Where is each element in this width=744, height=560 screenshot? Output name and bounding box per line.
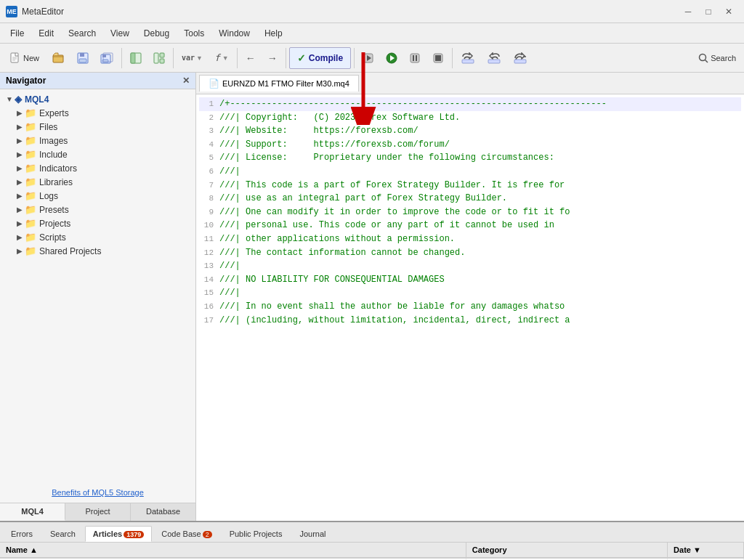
nav-tab-project[interactable]: Project xyxy=(65,503,131,521)
stop-button[interactable] xyxy=(427,46,449,70)
line-number: 1 xyxy=(199,98,219,110)
menu-item-window[interactable]: Window xyxy=(211,25,257,41)
navigator-close-button[interactable]: ✕ xyxy=(182,76,190,86)
view-button[interactable] xyxy=(125,46,147,70)
folder-icon: 📁 xyxy=(25,218,36,229)
line-number: 9 xyxy=(199,206,219,219)
compile-button[interactable]: ✓ Compile xyxy=(289,47,351,69)
expand-icon: ▶ xyxy=(15,137,25,145)
close-button[interactable]: ✕ xyxy=(719,3,738,20)
menu-item-tools[interactable]: Tools xyxy=(177,25,211,41)
separator-6 xyxy=(452,48,453,68)
tab-journal[interactable]: Journal xyxy=(291,526,333,542)
line-content: ///| other applications without a permis… xyxy=(219,232,455,246)
stop-icon xyxy=(432,52,444,64)
start-button[interactable] xyxy=(357,46,379,70)
save-button[interactable] xyxy=(72,46,94,70)
tree-item-label: Include xyxy=(39,150,68,160)
svg-rect-10 xyxy=(131,53,135,63)
var-dropdown[interactable]: var ▼ xyxy=(177,46,208,70)
editor-tabs-bar: 📄 EURNZD M1 FTMO Filter M30.mq4 xyxy=(196,73,744,94)
maximize-button[interactable]: □ xyxy=(699,3,718,20)
open-button[interactable] xyxy=(47,46,70,70)
tree-item-label: Projects xyxy=(39,219,70,229)
tree-item-shared-projects[interactable]: ▶ 📁 Shared Projects xyxy=(0,244,195,258)
tab-public-projects[interactable]: Public Projects xyxy=(222,526,291,542)
code-line: 14///| NO LIABILITY FOR CONSEQUENTIAL DA… xyxy=(199,273,741,287)
code-line: 1/+-------------------------------------… xyxy=(199,97,741,111)
tree-item-include[interactable]: ▶ 📁 Include xyxy=(0,147,195,161)
menu-item-file[interactable]: File xyxy=(3,25,31,41)
search-toolbar-button[interactable]: Search xyxy=(693,46,741,70)
line-content: ///| License: Proprietary under the foll… xyxy=(219,151,554,165)
tree-item-label: Indicators xyxy=(39,163,77,174)
separator-2 xyxy=(173,48,174,68)
back-button[interactable]: ← xyxy=(240,46,261,70)
pause-button[interactable] xyxy=(404,46,426,70)
tree-item-label: Libraries xyxy=(39,177,73,187)
line-number: 17 xyxy=(199,315,219,327)
menu-item-edit[interactable]: Edit xyxy=(31,25,61,41)
save-all-button[interactable] xyxy=(95,46,118,70)
mql5-storage-link[interactable]: Benefits of MQL5 Storage xyxy=(0,482,195,503)
code-line: 3///| Website: https://forexsb.com/ xyxy=(199,124,741,138)
forward-button[interactable]: → xyxy=(262,46,283,70)
tree-item-experts[interactable]: ▶ 📁 Experts xyxy=(0,106,195,120)
tree-item-libraries[interactable]: ▶ 📁 Libraries xyxy=(0,175,195,189)
line-content: ///| In no event shall the author be lia… xyxy=(219,300,565,314)
tree-item-logs[interactable]: ▶ 📁 Logs xyxy=(0,189,195,203)
folder-icon: 📁 xyxy=(25,121,36,132)
editor-content[interactable]: 1/+-------------------------------------… xyxy=(196,94,744,521)
minimize-button[interactable]: ─ xyxy=(679,3,698,20)
start-icon xyxy=(363,52,374,64)
code-line: 12///| The contact information cannot be… xyxy=(199,246,741,260)
tab-codebase[interactable]: Code Base2 xyxy=(153,526,219,542)
mql4-icon: ◈ xyxy=(15,94,22,105)
line-number: 8 xyxy=(199,192,219,205)
line-number: 10 xyxy=(199,219,219,232)
code-line: 2///| Copyright: (C) 2023 Forex Software… xyxy=(199,111,741,125)
col-name-header[interactable]: Name ▲ xyxy=(0,543,466,558)
new-button[interactable]: New xyxy=(3,46,46,70)
tab-search[interactable]: Search xyxy=(42,526,84,542)
editor-tab-active[interactable]: 📄 EURNZD M1 FTMO Filter M30.mq4 xyxy=(199,75,359,92)
titlebar: ME MetaEditor ─ □ ✕ xyxy=(0,0,744,23)
tab-errors[interactable]: Errors xyxy=(3,526,41,542)
editor-area: 📄 EURNZD M1 FTMO Filter M30.mq4 1/+-----… xyxy=(196,73,744,521)
navigator-tabs: MQL4 Project Database xyxy=(0,503,195,521)
code-line: 7///| This code is a part of Forex Strat… xyxy=(199,179,741,192)
menu-item-view[interactable]: View xyxy=(103,25,137,41)
col-date-header[interactable]: Date ▼ xyxy=(668,543,744,558)
undo-group-button[interactable] xyxy=(456,46,480,70)
play-button[interactable] xyxy=(381,46,403,70)
tree-item-mql4[interactable]: ▼ ◈ MQL4 xyxy=(0,92,195,106)
svg-rect-11 xyxy=(154,53,158,63)
menu-item-help[interactable]: Help xyxy=(257,25,290,41)
layout-button[interactable] xyxy=(148,46,170,70)
menu-item-search[interactable]: Search xyxy=(61,25,103,41)
navigator-panel: Navigator ✕ ▼ ◈ MQL4 ▶ 📁 Experts ▶ 📁 Fil… xyxy=(0,73,196,521)
tree-item-projects[interactable]: ▶ 📁 Projects xyxy=(0,216,195,230)
code-line: 4///| Support: https://forexsb.com/forum… xyxy=(199,138,741,152)
function-button[interactable]: f ▼ xyxy=(209,46,234,70)
menu-item-debug[interactable]: Debug xyxy=(137,25,177,41)
view-icon xyxy=(130,52,142,64)
tree-item-presets[interactable]: ▶ 📁 Presets xyxy=(0,203,195,216)
forward-icon: → xyxy=(267,52,278,64)
line-number: 3 xyxy=(199,125,219,137)
line-content: ///| xyxy=(219,259,240,273)
articles-table: Name ▲ Category Date ▼ 📄Monte Carlo Perm… xyxy=(0,543,744,560)
tab-articles[interactable]: Articles1379 xyxy=(85,526,152,542)
tree-item-scripts[interactable]: ▶ 📁 Scripts xyxy=(0,230,195,244)
nav-tab-mql4[interactable]: MQL4 xyxy=(0,503,65,521)
col-category-header[interactable]: Category xyxy=(466,543,667,558)
folder-icon: 📁 xyxy=(25,135,36,146)
nav-tab-database[interactable]: Database xyxy=(131,503,195,521)
folder-icon: 📁 xyxy=(25,190,36,201)
line-content: ///| NO LIABILITY FOR CONSEQUENTIAL DAMA… xyxy=(219,273,445,287)
tree-item-files[interactable]: ▶ 📁 Files xyxy=(0,120,195,134)
redo-group-button[interactable] xyxy=(482,46,506,70)
tree-item-indicators[interactable]: ▶ 📁 Indicators xyxy=(0,161,195,175)
extra-button[interactable] xyxy=(508,46,533,70)
tree-item-images[interactable]: ▶ 📁 Images xyxy=(0,134,195,147)
